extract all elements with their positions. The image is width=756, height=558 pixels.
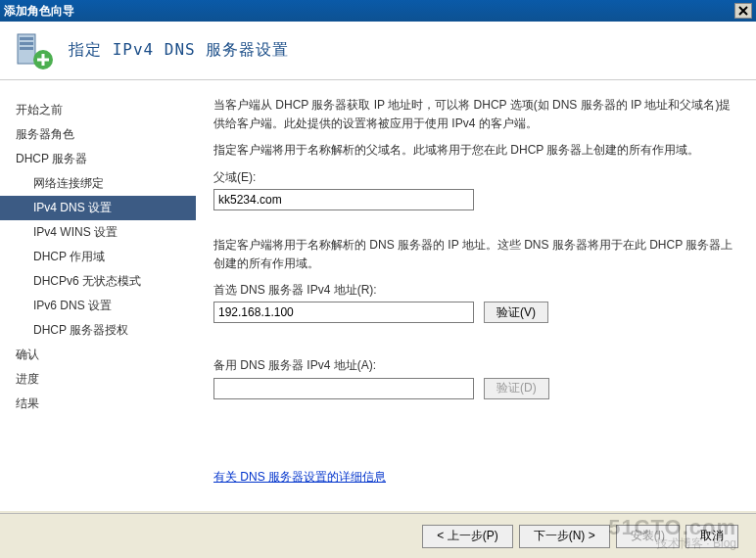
preferred-dns-label: 首选 DNS 服务器 IPv4 地址(R): bbox=[213, 281, 734, 300]
page-title: 指定 IPv4 DNS 服务器设置 bbox=[69, 40, 289, 61]
titlebar: 添加角色向导 bbox=[0, 0, 756, 22]
sidebar-item-ipv4-wins[interactable]: IPv4 WINS 设置 bbox=[0, 220, 196, 245]
dns-info-link[interactable]: 有关 DNS 服务器设置的详细信息 bbox=[213, 468, 386, 487]
validate-alternate-button: 验证(D) bbox=[484, 378, 549, 399]
svg-rect-3 bbox=[20, 47, 33, 50]
sidebar-item-progress[interactable]: 进度 bbox=[0, 367, 196, 392]
close-button[interactable] bbox=[734, 3, 752, 19]
next-button[interactable]: 下一步(N) > bbox=[519, 525, 610, 548]
validate-preferred-button[interactable]: 验证(V) bbox=[484, 302, 548, 323]
sidebar-item-dhcp-scope[interactable]: DHCP 作用域 bbox=[0, 245, 196, 269]
svg-rect-2 bbox=[20, 42, 33, 45]
alternate-dns-label: 备用 DNS 服务器 IPv4 地址(A): bbox=[213, 356, 734, 375]
install-button: 安装(I) bbox=[616, 525, 680, 548]
sidebar-item-results[interactable]: 结果 bbox=[0, 392, 196, 416]
wizard-main: 当客户端从 DHCP 服务器获取 IP 地址时，可以将 DHCP 选项(如 DN… bbox=[196, 80, 756, 511]
server-role-icon bbox=[14, 30, 55, 71]
wizard-content: 开始之前 服务器角色 DHCP 服务器 网络连接绑定 IPv4 DNS 设置 I… bbox=[0, 80, 756, 511]
cancel-button[interactable]: 取消 bbox=[685, 525, 738, 548]
preferred-dns-input[interactable] bbox=[213, 302, 474, 323]
dns-desc-text: 指定客户端将用于名称解析的 DNS 服务器的 IP 地址。这些 DNS 服务器将… bbox=[213, 236, 734, 273]
sidebar-item-server-roles[interactable]: 服务器角色 bbox=[0, 122, 196, 147]
intro-text-2: 指定客户端将用于名称解析的父域名。此域将用于您在此 DHCP 服务器上创建的所有… bbox=[213, 141, 734, 160]
wizard-sidebar: 开始之前 服务器角色 DHCP 服务器 网络连接绑定 IPv4 DNS 设置 I… bbox=[0, 80, 196, 511]
sidebar-item-network-binding[interactable]: 网络连接绑定 bbox=[0, 171, 196, 196]
sidebar-item-ipv6-dns[interactable]: IPv6 DNS 设置 bbox=[0, 294, 196, 318]
wizard-button-bar: < 上一步(P) 下一步(N) > 安装(I) 取消 bbox=[0, 513, 756, 558]
svg-rect-1 bbox=[20, 37, 33, 40]
close-icon bbox=[738, 6, 748, 16]
sidebar-item-confirm[interactable]: 确认 bbox=[0, 343, 196, 367]
parent-domain-label: 父域(E): bbox=[213, 168, 734, 187]
intro-text-1: 当客户端从 DHCP 服务器获取 IP 地址时，可以将 DHCP 选项(如 DN… bbox=[213, 96, 734, 133]
sidebar-item-dhcp-authorize[interactable]: DHCP 服务器授权 bbox=[0, 318, 196, 343]
alternate-dns-input[interactable] bbox=[213, 378, 474, 399]
previous-button[interactable]: < 上一步(P) bbox=[422, 525, 512, 548]
sidebar-item-dhcpv6-stateless[interactable]: DHCPv6 无状态模式 bbox=[0, 269, 196, 294]
sidebar-item-dhcp-server[interactable]: DHCP 服务器 bbox=[0, 147, 196, 171]
parent-domain-input[interactable] bbox=[213, 189, 474, 210]
sidebar-item-ipv4-dns[interactable]: IPv4 DNS 设置 bbox=[0, 196, 196, 220]
wizard-header: 指定 IPv4 DNS 服务器设置 bbox=[0, 22, 756, 80]
sidebar-item-before-begin[interactable]: 开始之前 bbox=[0, 98, 196, 122]
window-title: 添加角色向导 bbox=[4, 3, 74, 20]
